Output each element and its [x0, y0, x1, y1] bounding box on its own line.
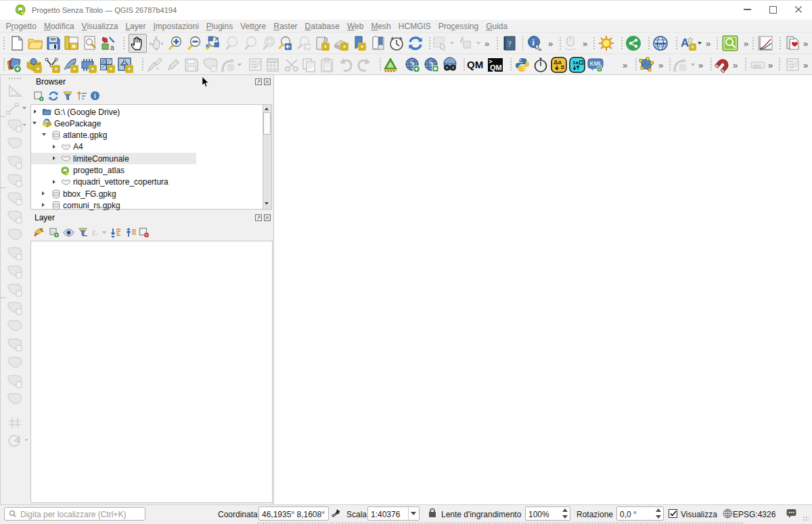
svg-text:i: i [94, 93, 96, 99]
